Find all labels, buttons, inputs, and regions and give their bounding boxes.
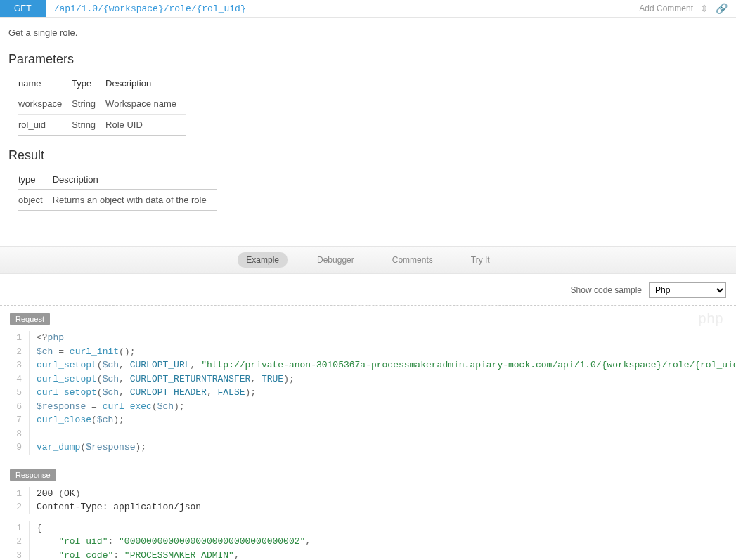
result-table: type Description object Returns an objec… (18, 170, 217, 211)
col-type: Type (72, 74, 105, 93)
sample-label: Show code sample (571, 285, 642, 295)
table-row: object Returns an object with data of th… (18, 190, 217, 211)
response-section: Response 1200 (OK) 2Content-Type: applic… (0, 462, 736, 561)
response-status-block: 1200 (OK) 2Content-Type: application/jso… (10, 487, 726, 514)
response-body-block: 1{ 2 "rol_uid": "00000000000000000000000… (10, 521, 726, 561)
tab-bar: Example Debugger Comments Try It (0, 246, 736, 274)
request-section: Request php 1<?php 2$ch = curl_init(); 3… (0, 306, 736, 462)
parameters-heading: Parameters (8, 52, 728, 67)
col-desc: Description (105, 74, 186, 93)
request-badge: Request (10, 313, 50, 325)
tab-debugger[interactable]: Debugger (309, 252, 363, 268)
header-actions: Add Comment ⇕ 🔗 (639, 3, 736, 14)
response-badge: Response (10, 469, 56, 481)
sample-bar: Show code sample Php (0, 274, 736, 306)
sample-select[interactable]: Php (649, 282, 726, 298)
tab-comments[interactable]: Comments (384, 252, 441, 268)
endpoint-path: /api/1.0/{workspace}/role/{rol_uid} (46, 4, 640, 14)
add-comment-link[interactable]: Add Comment (639, 4, 693, 13)
expand-icon[interactable]: ⇕ (700, 3, 709, 14)
endpoint-description: Get a single role. (8, 27, 728, 38)
col-desc: Description (53, 170, 217, 190)
parameters-table: name Type Description workspace String W… (18, 74, 186, 136)
result-heading: Result (8, 148, 728, 163)
col-type: type (18, 170, 53, 190)
request-code: 1<?php 2$ch = curl_init(); 3curl_setopt(… (10, 331, 726, 455)
http-method-badge: GET (0, 0, 46, 17)
content-area: Get a single role. Parameters name Type … (0, 18, 736, 233)
link-icon[interactable]: 🔗 (716, 3, 728, 14)
tab-example[interactable]: Example (238, 252, 288, 268)
endpoint-header: GET /api/1.0/{workspace}/role/{rol_uid} … (0, 0, 736, 18)
lang-watermark: php (698, 311, 723, 327)
col-name: name (18, 74, 72, 93)
table-row: workspace String Workspace name (18, 93, 186, 115)
tab-tryit[interactable]: Try It (463, 252, 498, 268)
table-row: rol_uid String Role UID (18, 115, 186, 136)
